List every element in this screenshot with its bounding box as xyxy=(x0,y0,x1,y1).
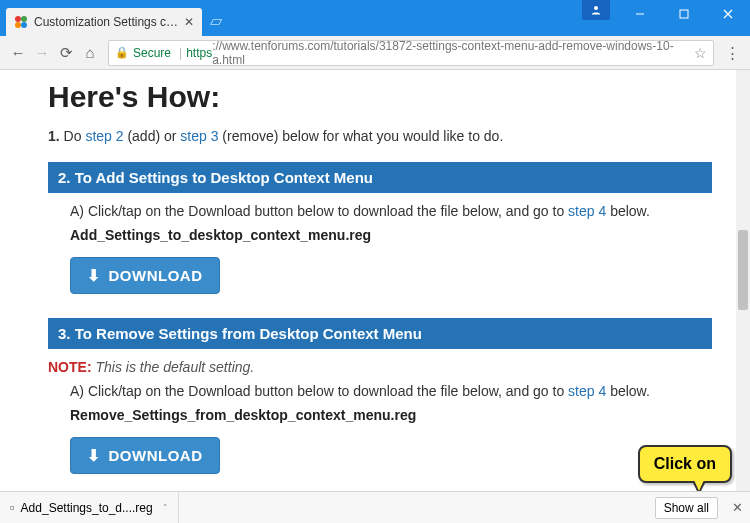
minimize-button[interactable] xyxy=(618,0,662,28)
section-2-body: A) Click/tap on the Download button belo… xyxy=(48,203,712,310)
step-1-text-c: (remove) below for what you would like t… xyxy=(218,128,503,144)
svg-point-2 xyxy=(15,22,21,28)
home-button[interactable]: ⌂ xyxy=(78,41,102,65)
reload-button[interactable]: ⟳ xyxy=(54,41,78,65)
browser-tab[interactable]: Customization Settings c… ✕ xyxy=(6,8,202,36)
step-2-link[interactable]: step 2 xyxy=(85,128,123,144)
section-3-note: NOTE: This is the default setting. xyxy=(48,359,712,375)
downloads-bar: ▫ Add_Settings_to_d....reg ˄ Show all ✕ xyxy=(0,491,750,523)
back-button[interactable]: ← xyxy=(6,41,30,65)
section-2-filename: Add_Settings_to_desktop_context_menu.reg xyxy=(70,227,712,243)
download-icon: ⬇ xyxy=(87,446,101,465)
callout-text: Click on xyxy=(654,455,716,472)
download-label: DOWNLOAD xyxy=(109,267,203,284)
chrome-menu-button[interactable]: ⋮ xyxy=(720,41,744,65)
download-label: DOWNLOAD xyxy=(109,447,203,464)
section-3-body: A) Click/tap on the Download button belo… xyxy=(48,383,712,490)
section-3-step4-link[interactable]: step 4 xyxy=(568,383,606,399)
section-3-filename: Remove_Settings_from_desktop_context_men… xyxy=(70,407,712,423)
favicon-icon xyxy=(14,15,28,29)
lock-icon: 🔒 xyxy=(115,46,129,59)
vertical-scrollbar[interactable] xyxy=(736,70,750,491)
section-2-header: 2. To Add Settings to Desktop Context Me… xyxy=(48,162,712,193)
new-tab-button[interactable]: ▱ xyxy=(210,11,222,30)
step-3-link[interactable]: step 3 xyxy=(180,128,218,144)
tab-title: Customization Settings c… xyxy=(34,15,178,29)
step-1-line: 1. Do step 2 (add) or step 3 (remove) be… xyxy=(48,128,712,144)
svg-point-3 xyxy=(21,22,27,28)
annotation-callout: Click on xyxy=(638,445,732,483)
tab-close-icon[interactable]: ✕ xyxy=(184,15,194,29)
download-button-remove[interactable]: ⬇ DOWNLOAD xyxy=(70,437,220,474)
download-icon: ⬇ xyxy=(87,266,101,285)
close-window-button[interactable] xyxy=(706,0,750,28)
svg-rect-6 xyxy=(680,10,688,18)
page-title: Here's How: xyxy=(48,80,712,114)
step-1-number: 1. xyxy=(48,128,60,144)
secure-label: Secure xyxy=(133,46,171,60)
svg-point-4 xyxy=(594,6,598,10)
downloads-close-button[interactable]: ✕ xyxy=(724,500,750,515)
svg-point-0 xyxy=(15,16,21,22)
section-3-header: 3. To Remove Settings from Desktop Conte… xyxy=(48,318,712,349)
download-item-name: Add_Settings_to_d....reg xyxy=(21,501,153,515)
bookmark-star-icon[interactable]: ☆ xyxy=(694,45,707,61)
section-2-text-b: below. xyxy=(606,203,650,219)
omnibox-divider: | xyxy=(179,46,182,60)
download-button-add[interactable]: ⬇ DOWNLOAD xyxy=(70,257,220,294)
browser-titlebar: Customization Settings c… ✕ ▱ xyxy=(0,0,750,36)
address-bar[interactable]: 🔒 Secure | https://www.tenforums.com/tut… xyxy=(108,40,714,66)
maximize-button[interactable] xyxy=(662,0,706,28)
browser-toolbar: ← → ⟳ ⌂ 🔒 Secure | https://www.tenforums… xyxy=(0,36,750,70)
user-badge-icon[interactable] xyxy=(582,0,610,20)
url-protocol: https xyxy=(186,46,212,60)
note-text: This is the default setting. xyxy=(95,359,254,375)
url-rest: ://www.tenforums.com/tutorials/31872-set… xyxy=(212,40,694,66)
step-1-text-a: Do xyxy=(64,128,86,144)
window-controls xyxy=(618,0,750,28)
svg-point-1 xyxy=(21,16,27,22)
download-item[interactable]: ▫ Add_Settings_to_d....reg ˄ xyxy=(0,492,179,523)
note-label: NOTE: xyxy=(48,359,92,375)
file-icon: ▫ xyxy=(10,500,15,515)
section-3-text-a: A) Click/tap on the Download button belo… xyxy=(70,383,568,399)
step-1-text-b: (add) or xyxy=(124,128,181,144)
scrollbar-thumb[interactable] xyxy=(738,230,748,310)
section-2-instruction: A) Click/tap on the Download button belo… xyxy=(70,203,712,219)
section-2-step4-link[interactable]: step 4 xyxy=(568,203,606,219)
page-viewport: Here's How: 1. Do step 2 (add) or step 3… xyxy=(0,70,750,491)
forward-button[interactable]: → xyxy=(30,41,54,65)
section-3-text-b: below. xyxy=(606,383,650,399)
chevron-up-icon[interactable]: ˄ xyxy=(163,503,168,513)
show-all-button[interactable]: Show all xyxy=(655,497,718,519)
section-3-instruction: A) Click/tap on the Download button belo… xyxy=(70,383,712,399)
section-2-text-a: A) Click/tap on the Download button belo… xyxy=(70,203,568,219)
